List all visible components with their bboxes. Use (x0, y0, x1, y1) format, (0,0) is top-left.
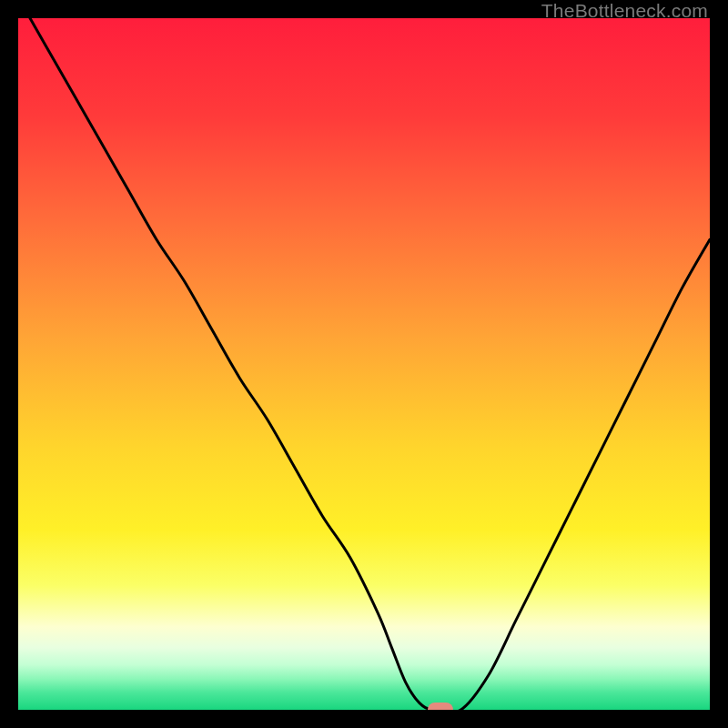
watermark-label: TheBottleneck.com (541, 0, 708, 22)
bottleneck-curve (18, 18, 710, 710)
plot-area (18, 18, 710, 710)
chart-frame: TheBottleneck.com (0, 0, 728, 728)
optimal-point-marker (428, 703, 453, 710)
